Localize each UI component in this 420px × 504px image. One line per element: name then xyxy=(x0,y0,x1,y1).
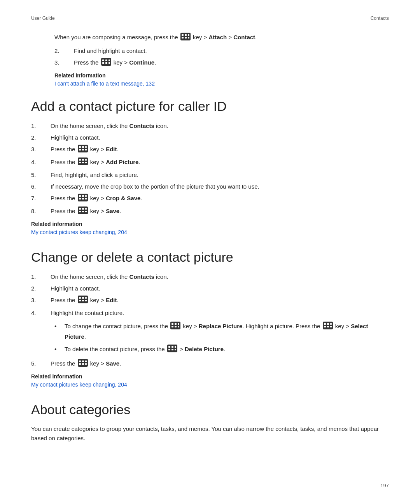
header-right: Contacts xyxy=(371,16,389,21)
intro-line: When you are composing a message, press … xyxy=(54,33,389,43)
svg-rect-20 xyxy=(85,149,87,150)
bb-key-s2-b1b xyxy=(323,322,333,332)
intro-related-label: Related information xyxy=(54,72,389,79)
section2-related-info: Related information My contact pictures … xyxy=(31,373,389,388)
intro-related-link-page: 132 xyxy=(144,80,155,87)
svg-rect-13 xyxy=(108,62,110,64)
bb-key-s1-8 xyxy=(78,206,88,217)
svg-rect-34 xyxy=(85,198,87,200)
svg-rect-62 xyxy=(330,326,332,327)
page-number: 197 xyxy=(380,483,389,488)
svg-rect-5 xyxy=(185,37,187,38)
svg-rect-67 xyxy=(168,349,170,350)
svg-rect-32 xyxy=(79,198,81,200)
section2-related-link-page: 204 xyxy=(116,382,127,388)
svg-rect-57 xyxy=(324,323,326,325)
section1-step-3: 3. Press the key > Edit. xyxy=(31,145,389,155)
svg-rect-0 xyxy=(180,33,191,40)
bb-key-s2-b2 xyxy=(167,345,177,355)
svg-rect-66 xyxy=(175,346,176,348)
intro-step-3: 3. Press the key > Continue. xyxy=(54,58,389,68)
svg-rect-26 xyxy=(82,162,84,163)
section2-bullet-list: • To change the contact picture, press t… xyxy=(54,322,389,355)
svg-rect-58 xyxy=(327,323,329,325)
svg-rect-63 xyxy=(167,345,177,352)
svg-rect-69 xyxy=(175,349,176,350)
svg-rect-22 xyxy=(79,159,81,161)
svg-rect-60 xyxy=(324,326,326,327)
bb-key-s2-5 xyxy=(78,359,88,369)
section2-step-5: 5. Press the key > Save. xyxy=(31,359,389,369)
section1-related-label: Related information xyxy=(31,221,389,227)
svg-rect-65 xyxy=(172,346,173,348)
section2-related-link-text: My contact pictures keep changing, xyxy=(31,382,116,388)
svg-rect-48 xyxy=(85,300,87,301)
svg-rect-39 xyxy=(79,211,81,212)
svg-rect-54 xyxy=(175,326,177,327)
svg-rect-17 xyxy=(85,146,87,148)
page-container: User Guide Contacts When you are composi… xyxy=(0,0,420,480)
intro-steps-list: 2. Find and highlight a contact. 3. Pres… xyxy=(54,46,389,68)
svg-rect-36 xyxy=(79,208,81,210)
section2-step-2: 2. Highlight a contact. xyxy=(31,284,389,293)
intro-section: When you are composing a message, press … xyxy=(31,33,389,87)
svg-rect-28 xyxy=(78,194,88,201)
svg-rect-76 xyxy=(85,363,87,365)
svg-rect-8 xyxy=(102,60,104,61)
svg-rect-18 xyxy=(79,149,81,150)
svg-rect-33 xyxy=(82,198,84,200)
svg-rect-40 xyxy=(82,211,84,212)
svg-rect-21 xyxy=(78,158,88,165)
section1-related-link[interactable]: My contact pictures keep changing, 204 xyxy=(31,229,127,235)
section-about-categories: About categories You can create categori… xyxy=(31,402,389,443)
intro-text: When you are composing a message, press … xyxy=(54,34,180,40)
section1-steps: 1. On the home screen, click the Contact… xyxy=(31,121,389,217)
svg-rect-12 xyxy=(105,62,107,64)
bb-key-icon-intro xyxy=(180,33,191,43)
svg-rect-2 xyxy=(185,34,187,36)
svg-rect-29 xyxy=(79,195,81,197)
intro-related-link[interactable]: I can't attach a file to a text message,… xyxy=(54,80,155,87)
section1-step-4: 4. Press the key > Add Picture. xyxy=(31,158,389,168)
bb-key-s2-b1 xyxy=(170,322,180,332)
section3-heading: About categories xyxy=(31,402,389,418)
svg-rect-64 xyxy=(168,346,170,348)
svg-rect-31 xyxy=(85,195,87,197)
svg-rect-61 xyxy=(327,326,329,327)
svg-rect-59 xyxy=(330,323,332,325)
svg-rect-44 xyxy=(82,297,84,299)
svg-rect-51 xyxy=(175,323,177,325)
svg-rect-71 xyxy=(79,360,81,362)
svg-rect-3 xyxy=(188,34,189,36)
intro-related-info: Related information I can't attach a fil… xyxy=(54,72,389,87)
section1-step-8: 8. Press the key > Save. xyxy=(31,206,389,217)
section2-related-link[interactable]: My contact pictures keep changing, 204 xyxy=(31,382,127,388)
section1-related-info: Related information My contact pictures … xyxy=(31,221,389,235)
svg-rect-46 xyxy=(79,300,81,301)
svg-rect-15 xyxy=(79,146,81,148)
page-header: User Guide Contacts xyxy=(31,16,389,21)
section2-steps: 1. On the home screen, click the Contact… xyxy=(31,272,389,318)
section2-step-4: 4. Highlight the contact picture. xyxy=(31,308,389,318)
svg-rect-74 xyxy=(79,363,81,365)
svg-rect-7 xyxy=(101,58,111,66)
bb-key-s1-3 xyxy=(78,145,88,155)
svg-rect-49 xyxy=(170,322,180,329)
section-add-contact-picture: Add a contact picture for caller ID 1. O… xyxy=(31,98,389,235)
svg-rect-25 xyxy=(79,162,81,163)
header-left: User Guide xyxy=(31,16,55,21)
section2-step-3: 3. Press the key > Edit. xyxy=(31,296,389,306)
svg-rect-50 xyxy=(172,323,173,325)
svg-rect-10 xyxy=(108,60,110,61)
svg-rect-37 xyxy=(82,208,84,210)
section2-heading: Change or delete a contact picture xyxy=(31,249,389,265)
svg-rect-27 xyxy=(85,162,87,163)
svg-rect-1 xyxy=(182,34,184,36)
svg-rect-47 xyxy=(82,300,84,301)
svg-rect-30 xyxy=(82,195,84,197)
bb-key-icon-step3 xyxy=(101,58,111,68)
page-footer: 197 xyxy=(380,483,389,488)
intro-related-link-text: I can't attach a file to a text message, xyxy=(54,80,144,87)
svg-rect-45 xyxy=(85,297,87,299)
intro-suffix: key > Attach > Contact. xyxy=(193,34,257,40)
